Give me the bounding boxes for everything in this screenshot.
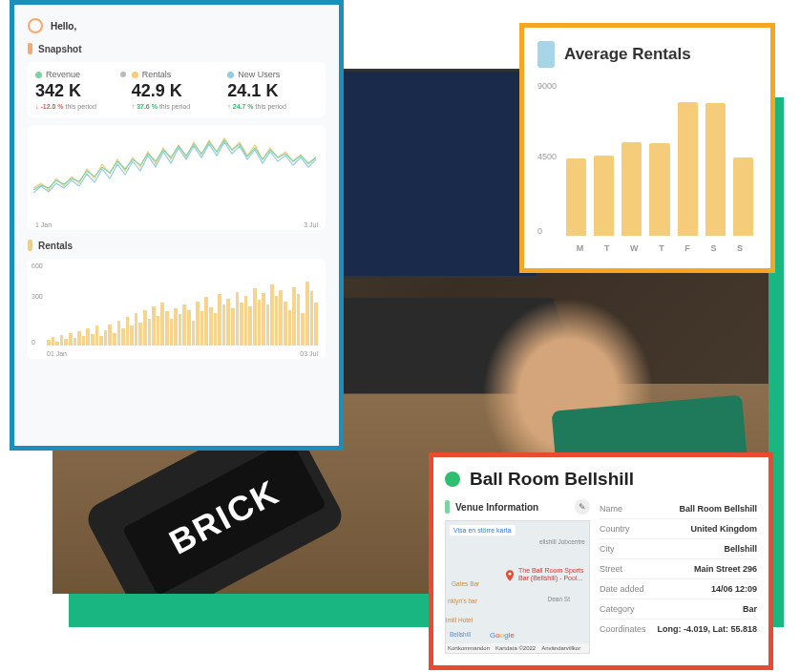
dot-icon (132, 72, 138, 78)
bar (301, 313, 305, 346)
map-footer-item[interactable]: Kortkommandon (448, 645, 490, 651)
bar (733, 158, 753, 237)
info-value: 14/06 12:09 (711, 584, 757, 594)
info-value: Bar (743, 604, 757, 614)
bar (231, 308, 235, 346)
stat-value: 24.1 K (227, 81, 318, 101)
section-accent-icon (445, 500, 450, 514)
axis-label: 300 (32, 293, 43, 300)
axis-label: 600 (32, 262, 43, 269)
stat-value: 342 K (35, 81, 126, 101)
axis-label: M (577, 243, 584, 253)
info-row: NameBall Room Bellshill (600, 499, 757, 519)
info-label: Coordinates (600, 624, 646, 634)
axis-label: W (630, 243, 639, 253)
dot-icon (35, 72, 42, 78)
bar (678, 102, 698, 236)
stats-row: Revenue 342 K ↓ -12.0 % this period Rent… (28, 62, 326, 117)
axis-label: 1 Jan (35, 221, 52, 228)
axis-label: F (684, 243, 690, 253)
bar (314, 303, 318, 346)
trend-chart[interactable]: 1 Jan3 Jul (28, 125, 326, 230)
bar (138, 323, 142, 346)
info-label: Street (600, 564, 622, 574)
stat-label: Revenue (46, 70, 80, 79)
bar (258, 300, 262, 346)
bar (262, 293, 265, 346)
section-accent-icon (28, 43, 32, 54)
map-expand-link[interactable]: Visa en större karta (450, 525, 516, 536)
map-footer-item[interactable]: Användarvillkor (541, 645, 580, 651)
status-dot-icon (445, 472, 460, 487)
map-place-label: lmill Hotel (446, 617, 473, 623)
rentals-bar-chart[interactable]: 600 300 0 01 Jan03 Jul (28, 259, 326, 359)
edit-icon[interactable]: ✎ (575, 499, 590, 514)
bar (214, 313, 218, 346)
bar (69, 333, 73, 346)
axis-label: S (737, 243, 743, 253)
bar (108, 325, 112, 346)
info-label: Date added (600, 584, 644, 594)
avatar[interactable] (28, 18, 43, 33)
bar (126, 317, 130, 346)
bar (192, 321, 196, 346)
bar (170, 319, 174, 346)
bar (74, 338, 77, 346)
info-value: Long: -4.019, Lat: 55.818 (657, 624, 757, 634)
map-pin-label: The Ball Room Sports Bar (Bellshill) - P… (518, 567, 589, 581)
venue-panel: Ball Room Bellshill Venue Information ✎ … (429, 452, 773, 670)
bar (165, 311, 169, 346)
axis-label: S (710, 243, 716, 253)
info-row: StreetMain Street 296 (600, 559, 757, 579)
info-row: CoordinatesLong: -4.019, Lat: 55.818 (600, 620, 757, 639)
bar (297, 294, 301, 346)
greeting-row: Hello, (28, 18, 326, 33)
bar (196, 302, 200, 346)
stat-revenue[interactable]: Revenue 342 K ↓ -12.0 % this period (35, 70, 126, 110)
bar (209, 307, 213, 346)
bar (253, 288, 257, 346)
bar (130, 326, 134, 346)
snapshot-title: Snapshot (38, 44, 82, 54)
map-footer: Kortkommandon Kartdata ©2022 Användarvil… (446, 643, 589, 653)
stat-new-users[interactable]: New Users 24.1 K ↑ 24.7 % this period (227, 70, 318, 110)
info-row: CategoryBar (600, 599, 757, 620)
bar (310, 291, 314, 346)
info-value: United Kingdom (691, 524, 758, 534)
map-place-label: Dean St (548, 596, 571, 602)
venue-info-header: Venue Information ✎ (445, 499, 590, 514)
venue-map[interactable]: Visa en större karta ellshill Jobcentre … (445, 520, 590, 654)
venue-title-row: Ball Room Bellshill (445, 469, 757, 490)
bar (187, 310, 191, 346)
bar (60, 335, 64, 346)
bar (182, 304, 186, 346)
bar (266, 304, 270, 346)
bar (143, 310, 147, 346)
map-place-label: Gates Bar (452, 580, 479, 587)
stat-change: ↑ 37.6 % this period (132, 103, 222, 110)
bar (236, 292, 240, 346)
info-icon[interactable] (120, 72, 126, 77)
bar (244, 296, 248, 346)
axis-label: 03 Jul (300, 350, 318, 357)
bar (270, 284, 274, 346)
stat-rentals[interactable]: Rentals 42.9 K ↑ 37.6 % this period (132, 70, 222, 110)
average-rentals-chart[interactable]: 9000 4500 0 MTWTFSS (537, 81, 757, 253)
average-rentals-title: Average Rentals (564, 45, 691, 64)
map-pin-icon (503, 569, 516, 582)
axis-label: T (604, 243, 610, 253)
bar (279, 290, 283, 346)
dashboard-panel: Hello, Snapshot Revenue 342 K ↓ -12.0 % … (10, 0, 344, 451)
venue-title: Ball Room Bellshill (470, 469, 634, 490)
axis-label: 4500 (537, 152, 557, 161)
bar (275, 296, 279, 346)
bar (55, 342, 59, 346)
map-place-label: nklyn's bar (448, 598, 477, 604)
bar (135, 313, 138, 346)
info-row: CityBellshill (600, 539, 757, 559)
bar (77, 331, 81, 346)
bar (179, 314, 182, 346)
bar (99, 336, 103, 346)
map-place-label: ellshill Jobcentre (539, 538, 585, 545)
rentals-title: Rentals (38, 241, 73, 251)
